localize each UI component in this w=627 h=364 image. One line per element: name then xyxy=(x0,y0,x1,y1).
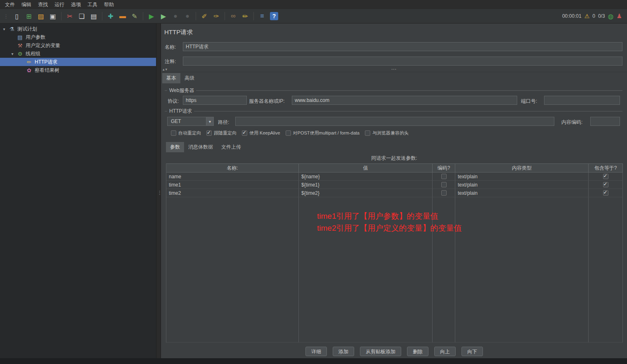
splitter-arrows-icon[interactable]: ▴▾ xyxy=(163,67,168,71)
tree-item-thread-group[interactable]: ▾ ⚙ 线程组 xyxy=(0,50,156,58)
comment-input[interactable] xyxy=(183,57,622,66)
menu-tools[interactable]: 工具 xyxy=(84,0,101,9)
include-equals-checkbox[interactable] xyxy=(603,190,608,196)
multipart-checkbox[interactable] xyxy=(286,130,291,136)
open-file-icon[interactable]: ▨ xyxy=(35,11,46,21)
table-empty-area[interactable] xyxy=(589,197,623,343)
protocol-input[interactable] xyxy=(183,96,247,105)
menu-run[interactable]: 运行 xyxy=(51,0,68,9)
cell-value[interactable]: ${time1} xyxy=(299,181,433,189)
column-header-value[interactable]: 值 xyxy=(299,163,433,173)
detail-button[interactable]: 详细 xyxy=(305,347,327,356)
cell-name[interactable]: name xyxy=(166,173,299,181)
column-header-include-equals[interactable]: 包含等于? xyxy=(589,163,623,173)
tab-files-upload[interactable]: 文件上传 xyxy=(217,142,245,152)
remote-start-icon[interactable]: ◍ xyxy=(608,12,614,20)
column-header-content-type[interactable]: 内容类型 xyxy=(455,163,589,173)
reset-search-icon[interactable]: ✏ xyxy=(240,11,251,21)
keepalive-checkbox[interactable] xyxy=(242,130,247,136)
chevron-down-icon[interactable]: ▾ xyxy=(206,117,213,125)
cell-content-type[interactable]: text/plain xyxy=(455,189,589,197)
encode-checkbox[interactable] xyxy=(441,182,447,187)
name-input[interactable] xyxy=(183,42,622,51)
tab-body-data[interactable]: 消息体数据 xyxy=(184,142,217,152)
copy-icon[interactable]: ❏ xyxy=(76,11,87,21)
clear-all-icon[interactable]: ✑ xyxy=(211,11,222,21)
cut-icon[interactable]: ✂ xyxy=(64,11,75,21)
port-input[interactable] xyxy=(544,96,620,105)
column-header-name[interactable]: 名称: xyxy=(166,163,299,173)
method-dropdown[interactable]: GET ▾ xyxy=(167,117,214,126)
templates-icon[interactable]: ⊞ xyxy=(24,11,34,21)
path-input[interactable] xyxy=(235,117,554,126)
add-button[interactable]: 添加 xyxy=(333,347,354,356)
menu-options[interactable]: 选项 xyxy=(68,0,84,9)
clear-icon[interactable]: ✐ xyxy=(199,11,210,21)
option-follow-auto-redirect[interactable]: 自动重定向 xyxy=(171,130,201,136)
expander-icon[interactable]: ▾ xyxy=(10,52,14,56)
web-server-group-header: Web服务器 xyxy=(165,87,622,93)
tree-item-user-parameters[interactable]: ▤ 用户参数 xyxy=(0,33,156,41)
expander-icon[interactable]: ▾ xyxy=(2,27,6,31)
tree-item-label: 测试计划 xyxy=(17,26,37,33)
pane-splitter[interactable]: ▴▾ ⋯ xyxy=(161,67,627,72)
tree-item-user-defined-variables[interactable]: ⚒ 用户定义的变量 xyxy=(0,41,156,50)
cell-value[interactable]: ${time2} xyxy=(299,189,433,197)
remove-icon[interactable]: ▬ xyxy=(117,11,128,21)
toolbar-grip-icon[interactable]: ⋮ xyxy=(3,13,9,19)
users-icon[interactable]: ♟ xyxy=(617,12,622,20)
content-encoding-input[interactable] xyxy=(590,117,620,126)
option-multipart[interactable]: 对POST使用multipart / form-data xyxy=(286,130,360,136)
function-helper-icon[interactable]: ≡ xyxy=(257,11,267,21)
stop-icon[interactable]: ● xyxy=(170,11,181,21)
column-header-encode[interactable]: 编码? xyxy=(433,163,455,173)
tab-basic[interactable]: 基本 xyxy=(162,73,180,83)
tree-item-view-results-tree[interactable]: ✿ 察看结果树 xyxy=(0,66,156,74)
include-equals-checkbox[interactable] xyxy=(603,174,608,179)
help-icon[interactable]: ? xyxy=(270,12,278,20)
toggle-icon[interactable]: ✎ xyxy=(129,11,140,21)
splitter-handle-icon[interactable]: ⋯ xyxy=(391,66,397,72)
tree-item-http-request[interactable]: ✏ HTTP请求 xyxy=(0,58,156,66)
tree-item-test-plan[interactable]: ▾ ⚗ 测试计划 xyxy=(0,25,156,33)
menu-edit[interactable]: 编辑 xyxy=(18,0,35,9)
encode-checkbox[interactable] xyxy=(441,174,447,179)
server-input[interactable] xyxy=(292,96,517,105)
option-follow-redirect[interactable]: 跟随重定向 xyxy=(206,130,237,136)
add-icon[interactable]: ✚ xyxy=(105,11,116,21)
option-keepalive[interactable]: 使用 KeepAlive xyxy=(242,130,280,136)
search-icon[interactable]: ∞ xyxy=(228,11,239,21)
include-equals-checkbox[interactable] xyxy=(603,182,608,187)
cell-value[interactable]: ${name} xyxy=(299,173,433,181)
auto-redirect-checkbox[interactable] xyxy=(171,130,176,136)
toolbar-separator xyxy=(196,12,196,20)
cell-content-type[interactable]: text/plain xyxy=(455,173,589,181)
table-empty-area[interactable] xyxy=(166,197,299,343)
warning-icon[interactable]: ⚠ xyxy=(584,13,590,19)
follow-redirect-checkbox[interactable] xyxy=(206,130,212,136)
new-file-icon[interactable]: ▯ xyxy=(12,11,22,21)
start-no-pauses-icon[interactable]: ▶ xyxy=(158,11,169,21)
tab-advanced[interactable]: 高级 xyxy=(180,73,199,83)
menu-file[interactable]: 文件 xyxy=(2,0,18,9)
encode-checkbox[interactable] xyxy=(441,190,447,196)
option-browser-compatible-headers[interactable]: 与浏览器兼容的头 xyxy=(365,130,409,136)
add-from-clipboard-button[interactable]: 从剪贴板添加 xyxy=(360,347,401,356)
save-icon[interactable]: ▣ xyxy=(47,11,58,21)
cell-content-type[interactable]: text/plain xyxy=(455,181,589,189)
tab-parameters[interactable]: 参数 xyxy=(166,142,184,152)
test-plan-icon: ⚗ xyxy=(9,26,15,32)
cell-name[interactable]: time2 xyxy=(166,189,299,197)
panel-divider[interactable]: ⋮ xyxy=(156,24,161,358)
cell-name[interactable]: time1 xyxy=(166,181,299,189)
down-button[interactable]: 向下 xyxy=(461,347,483,356)
delete-button[interactable]: 删除 xyxy=(407,347,428,356)
table-empty-area[interactable] xyxy=(455,197,589,343)
shutdown-icon[interactable]: ● xyxy=(182,11,193,21)
paste-icon[interactable]: ▤ xyxy=(88,11,99,21)
menu-help[interactable]: 帮助 xyxy=(101,0,117,9)
browser-headers-checkbox[interactable] xyxy=(365,130,370,136)
up-button[interactable]: 向上 xyxy=(434,347,456,356)
start-icon[interactable]: ▶ xyxy=(146,11,157,21)
menu-search[interactable]: 查找 xyxy=(35,0,51,9)
